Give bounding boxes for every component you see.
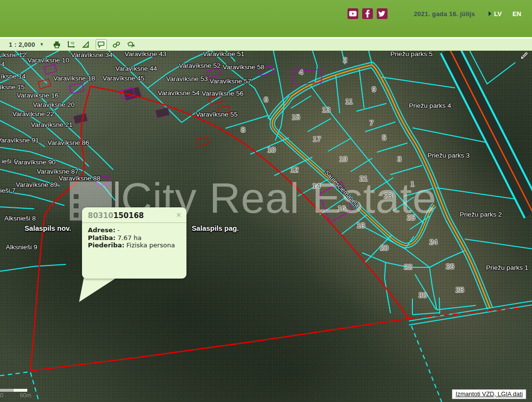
popup-header: 80310150168 × — [82, 207, 186, 223]
cadastre-code-prefix: 80310 — [88, 211, 113, 220]
scale-value: 1 : 2,000 — [9, 41, 35, 48]
lang-arrow-icon — [489, 11, 491, 16]
cadastre-map-app: 2021. gada 16. jūlijs LV EN 1 : 2,000 ▼ … — [0, 0, 532, 402]
attribution-link[interactable]: Izmantoti VZD, LĢIA dati — [455, 391, 523, 398]
header-date: 2021. gada 16. jūlijs — [414, 10, 475, 18]
print-icon[interactable] — [52, 40, 62, 49]
scale-select[interactable]: 1 : 2,000 ▼ — [9, 41, 44, 48]
facebook-icon[interactable] — [362, 8, 373, 19]
select-area-icon[interactable] — [126, 40, 136, 49]
popup-row-piederiba: Piederība:Fiziska persona — [88, 241, 181, 249]
map-toolbar: 1 : 2,000 ▼ xy — [0, 39, 532, 51]
popup-row-platiba: Platība:7.67 ha — [88, 234, 181, 242]
parcel-info-popup: 80310150168 × Adrese:- Platība:7.67 ha P… — [82, 207, 186, 279]
satellite-texture — [0, 50, 532, 402]
info-bubble-icon[interactable] — [96, 39, 107, 50]
lang-lv-link[interactable]: LV — [494, 10, 502, 18]
cadastre-code: 150168 — [113, 211, 144, 220]
link-icon[interactable] — [111, 40, 122, 49]
twitter-icon[interactable] — [377, 8, 388, 19]
measure-area-icon[interactable] — [81, 40, 91, 49]
chevron-down-icon: ▼ — [40, 42, 44, 47]
popup-close-button[interactable]: × — [176, 211, 182, 219]
map-canvas[interactable]: City Real Estate īksne 124Varavīksne 10V… — [0, 50, 532, 402]
lang-en-link[interactable]: EN — [512, 10, 521, 18]
attribution: Izmantoti VZD, LĢIA dati — [452, 389, 526, 399]
popup-body: Adrese:- Platība:7.67 ha Piederība:Fizis… — [82, 223, 186, 253]
svg-text:xy: xy — [71, 41, 75, 45]
youtube-icon[interactable] — [348, 8, 358, 19]
draw-arrow-icon[interactable] — [518, 51, 529, 61]
top-header: 2021. gada 16. jūlijs LV EN — [0, 0, 532, 37]
measure-xy-icon[interactable]: xy — [66, 40, 77, 49]
popup-row-adrese: Adrese:- — [88, 226, 181, 234]
